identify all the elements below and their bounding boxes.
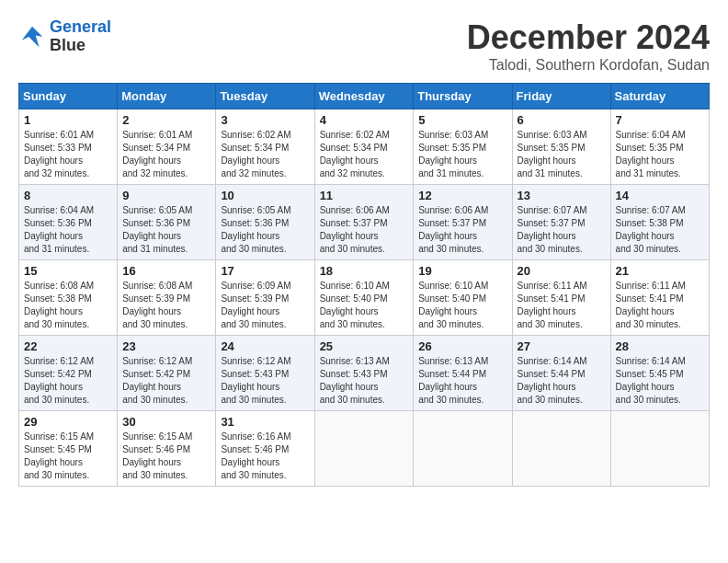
calendar-cell: 22 Sunrise: 6:12 AM Sunset: 5:42 PM Dayl…: [19, 336, 118, 411]
day-info: Sunrise: 6:08 AM Sunset: 5:39 PM Dayligh…: [122, 280, 210, 331]
calendar-cell: 5 Sunrise: 6:03 AM Sunset: 5:35 PM Dayli…: [414, 109, 512, 185]
calendar-week-row: 1 Sunrise: 6:01 AM Sunset: 5:33 PM Dayli…: [19, 109, 710, 185]
calendar-cell: 20 Sunrise: 6:11 AM Sunset: 5:41 PM Dayl…: [512, 260, 610, 336]
calendar-cell: 9 Sunrise: 6:05 AM Sunset: 5:36 PM Dayli…: [118, 185, 216, 260]
day-number: 8: [24, 189, 112, 202]
day-info: Sunrise: 6:13 AM Sunset: 5:43 PM Dayligh…: [320, 355, 409, 407]
logo: General Blue: [18, 18, 111, 55]
day-info: Sunrise: 6:06 AM Sunset: 5:37 PM Dayligh…: [418, 204, 506, 256]
day-info: Sunrise: 6:01 AM Sunset: 5:33 PM Dayligh…: [24, 129, 112, 180]
day-info: Sunrise: 6:12 AM Sunset: 5:43 PM Dayligh…: [221, 355, 309, 407]
day-number: 18: [320, 264, 409, 278]
calendar-header-monday: Monday: [118, 84, 216, 109]
day-info: Sunrise: 6:10 AM Sunset: 5:40 PM Dayligh…: [320, 280, 409, 331]
calendar-table: SundayMondayTuesdayWednesdayThursdayFrid…: [18, 83, 710, 487]
day-number: 28: [616, 339, 704, 353]
calendar-header-row: SundayMondayTuesdayWednesdayThursdayFrid…: [19, 84, 710, 109]
day-info: Sunrise: 6:12 AM Sunset: 5:42 PM Dayligh…: [122, 355, 210, 407]
day-info: Sunrise: 6:04 AM Sunset: 5:36 PM Dayligh…: [24, 204, 112, 256]
calendar-week-row: 15 Sunrise: 6:08 AM Sunset: 5:38 PM Dayl…: [19, 260, 710, 336]
day-info: Sunrise: 6:10 AM Sunset: 5:40 PM Dayligh…: [418, 280, 506, 331]
calendar-cell: 17 Sunrise: 6:09 AM Sunset: 5:39 PM Dayl…: [216, 260, 314, 336]
day-info: Sunrise: 6:07 AM Sunset: 5:37 PM Dayligh…: [518, 204, 606, 256]
day-number: 29: [24, 415, 112, 429]
day-info: Sunrise: 6:01 AM Sunset: 5:34 PM Dayligh…: [122, 129, 210, 180]
day-info: Sunrise: 6:03 AM Sunset: 5:35 PM Dayligh…: [518, 129, 606, 180]
day-number: 12: [418, 189, 506, 202]
calendar-cell: 19 Sunrise: 6:10 AM Sunset: 5:40 PM Dayl…: [414, 260, 512, 336]
location-title: Talodi, Southern Kordofan, Sudan: [467, 57, 710, 74]
day-info: Sunrise: 6:06 AM Sunset: 5:37 PM Dayligh…: [320, 204, 409, 256]
day-number: 6: [518, 113, 606, 127]
calendar-cell: 6 Sunrise: 6:03 AM Sunset: 5:35 PM Dayli…: [512, 109, 610, 185]
calendar-cell: 25 Sunrise: 6:13 AM Sunset: 5:43 PM Dayl…: [314, 336, 414, 411]
calendar-cell: 3 Sunrise: 6:02 AM Sunset: 5:34 PM Dayli…: [216, 109, 314, 185]
day-number: 15: [24, 264, 112, 278]
day-number: 19: [418, 264, 506, 278]
calendar-cell: 7 Sunrise: 6:04 AM Sunset: 5:35 PM Dayli…: [610, 109, 709, 185]
day-number: 11: [320, 189, 409, 202]
svg-marker-0: [22, 27, 43, 48]
day-info: Sunrise: 6:16 AM Sunset: 5:46 PM Dayligh…: [221, 431, 309, 482]
calendar-cell: 14 Sunrise: 6:07 AM Sunset: 5:38 PM Dayl…: [610, 185, 709, 260]
day-number: 5: [418, 113, 506, 127]
calendar-cell: [610, 411, 709, 487]
day-number: 21: [616, 264, 704, 278]
day-info: Sunrise: 6:03 AM Sunset: 5:35 PM Dayligh…: [418, 129, 506, 180]
calendar-cell: 18 Sunrise: 6:10 AM Sunset: 5:40 PM Dayl…: [314, 260, 414, 336]
calendar-cell: 16 Sunrise: 6:08 AM Sunset: 5:39 PM Dayl…: [118, 260, 216, 336]
calendar-cell: 4 Sunrise: 6:02 AM Sunset: 5:34 PM Dayli…: [314, 109, 414, 185]
day-number: 4: [320, 113, 409, 127]
day-info: Sunrise: 6:07 AM Sunset: 5:38 PM Dayligh…: [616, 204, 704, 256]
day-number: 9: [122, 189, 210, 202]
day-number: 16: [122, 264, 210, 278]
calendar-cell: 24 Sunrise: 6:12 AM Sunset: 5:43 PM Dayl…: [216, 336, 314, 411]
calendar-cell: 15 Sunrise: 6:08 AM Sunset: 5:38 PM Dayl…: [19, 260, 118, 336]
calendar-cell: 11 Sunrise: 6:06 AM Sunset: 5:37 PM Dayl…: [314, 185, 414, 260]
calendar-header-saturday: Saturday: [610, 84, 709, 109]
day-info: Sunrise: 6:13 AM Sunset: 5:44 PM Dayligh…: [418, 355, 506, 407]
day-info: Sunrise: 6:15 AM Sunset: 5:46 PM Dayligh…: [122, 431, 210, 482]
logo-text: General Blue: [50, 18, 111, 55]
calendar-header-sunday: Sunday: [19, 84, 118, 109]
calendar-week-row: 29 Sunrise: 6:15 AM Sunset: 5:45 PM Dayl…: [19, 411, 710, 487]
calendar-cell: 2 Sunrise: 6:01 AM Sunset: 5:34 PM Dayli…: [118, 109, 216, 185]
day-number: 31: [221, 415, 309, 429]
day-number: 13: [518, 189, 606, 202]
day-number: 17: [221, 264, 309, 278]
day-info: Sunrise: 6:12 AM Sunset: 5:42 PM Dayligh…: [24, 355, 112, 407]
day-info: Sunrise: 6:11 AM Sunset: 5:41 PM Dayligh…: [518, 280, 606, 331]
calendar-week-row: 8 Sunrise: 6:04 AM Sunset: 5:36 PM Dayli…: [19, 185, 710, 260]
calendar-week-row: 22 Sunrise: 6:12 AM Sunset: 5:42 PM Dayl…: [19, 336, 710, 411]
day-info: Sunrise: 6:08 AM Sunset: 5:38 PM Dayligh…: [24, 280, 112, 331]
calendar-header-thursday: Thursday: [414, 84, 512, 109]
day-info: Sunrise: 6:04 AM Sunset: 5:35 PM Dayligh…: [616, 129, 704, 180]
calendar-cell: 13 Sunrise: 6:07 AM Sunset: 5:37 PM Dayl…: [512, 185, 610, 260]
day-info: Sunrise: 6:11 AM Sunset: 5:41 PM Dayligh…: [616, 280, 704, 331]
title-area: December 2024 Talodi, Southern Kordofan,…: [467, 18, 710, 74]
day-number: 20: [518, 264, 606, 278]
calendar-cell: [314, 411, 414, 487]
calendar-cell: 8 Sunrise: 6:04 AM Sunset: 5:36 PM Dayli…: [19, 185, 118, 260]
day-number: 1: [24, 113, 112, 127]
day-number: 30: [122, 415, 210, 429]
calendar-header-tuesday: Tuesday: [216, 84, 314, 109]
calendar-header-wednesday: Wednesday: [314, 84, 414, 109]
day-number: 25: [320, 339, 409, 353]
month-title: December 2024: [467, 18, 710, 57]
calendar-cell: 30 Sunrise: 6:15 AM Sunset: 5:46 PM Dayl…: [118, 411, 216, 487]
logo-icon: [18, 23, 46, 51]
day-number: 2: [122, 113, 210, 127]
calendar-cell: 10 Sunrise: 6:05 AM Sunset: 5:36 PM Dayl…: [216, 185, 314, 260]
day-info: Sunrise: 6:02 AM Sunset: 5:34 PM Dayligh…: [221, 129, 309, 180]
day-info: Sunrise: 6:05 AM Sunset: 5:36 PM Dayligh…: [122, 204, 210, 256]
calendar-cell: [512, 411, 610, 487]
day-number: 23: [122, 339, 210, 353]
calendar-cell: 23 Sunrise: 6:12 AM Sunset: 5:42 PM Dayl…: [118, 336, 216, 411]
day-number: 3: [221, 113, 309, 127]
calendar-cell: 1 Sunrise: 6:01 AM Sunset: 5:33 PM Dayli…: [19, 109, 118, 185]
calendar-cell: 28 Sunrise: 6:14 AM Sunset: 5:45 PM Dayl…: [610, 336, 709, 411]
day-info: Sunrise: 6:05 AM Sunset: 5:36 PM Dayligh…: [221, 204, 309, 256]
day-number: 24: [221, 339, 309, 353]
day-number: 7: [616, 113, 704, 127]
